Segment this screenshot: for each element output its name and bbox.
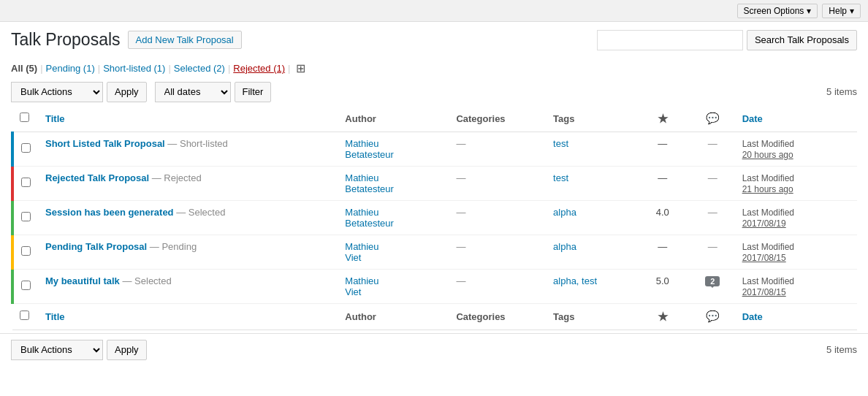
add-new-button[interactable]: Add New Talk Proposal: [128, 31, 242, 49]
row-categories-cell: —: [449, 269, 546, 303]
star-icon: ★: [658, 113, 668, 125]
row-checkbox-cell[interactable]: [12, 132, 38, 166]
apply-button-bottom[interactable]: Apply: [107, 340, 147, 360]
row-author-cell: MathieuBetatesteur: [338, 200, 449, 235]
date-label: Last Modified: [742, 207, 794, 218]
author-link[interactable]: MathieuBetatesteur: [345, 207, 394, 229]
title-link[interactable]: Rejected Talk Proposal: [45, 172, 149, 183]
row-rating-cell: 5.0: [635, 269, 690, 303]
row-checkbox-cell[interactable]: [12, 200, 38, 235]
comment-icon: 💬: [706, 112, 720, 124]
row-tags-cell: test: [546, 166, 635, 200]
filter-pending[interactable]: Pending (1): [46, 63, 95, 74]
apply-button-top[interactable]: Apply: [107, 82, 147, 102]
categories-value: —: [456, 138, 465, 149]
row-rating-cell: 4.0: [635, 200, 690, 235]
title-link[interactable]: Pending Talk Proposal: [45, 241, 147, 252]
row-checkbox-cell[interactable]: [12, 269, 38, 303]
comments-value: —: [708, 241, 717, 252]
comment-badge: 2: [705, 276, 720, 286]
title-link[interactable]: Short Listed Talk Proposal: [45, 138, 165, 149]
help-button[interactable]: Help ▾: [822, 4, 861, 18]
author-link[interactable]: MathieuBetatesteur: [345, 172, 394, 194]
row-checkbox-cell[interactable]: [12, 166, 38, 200]
check-all-header[interactable]: [12, 106, 38, 132]
author-link[interactable]: MathieuViet: [345, 241, 378, 263]
filter-links: All (5) | Pending (1) | Short-listed (1)…: [0, 56, 868, 78]
categories-value: —: [456, 275, 465, 286]
row-checkbox[interactable]: [21, 246, 31, 256]
col-header-tags: Tags: [546, 106, 635, 132]
row-title-cell: Short Listed Talk Proposal — Short-liste…: [38, 132, 338, 166]
search-button[interactable]: Search Talk Proposals: [747, 30, 857, 50]
row-checkbox-cell[interactable]: [12, 235, 38, 269]
col-footer-comments: 💬: [690, 303, 735, 330]
row-categories-cell: —: [449, 200, 546, 235]
check-all-footer[interactable]: [12, 303, 38, 330]
row-tags-cell: alpha: [546, 235, 635, 269]
screen-options-button[interactable]: Screen Options ▾: [737, 4, 818, 18]
row-status: — Selected: [122, 275, 171, 286]
table-row: Short Listed Talk Proposal — Short-liste…: [12, 132, 857, 166]
row-checkbox[interactable]: [21, 281, 31, 290]
chevron-down-icon: ▾: [807, 6, 811, 16]
row-tags-cell: alpha: [546, 200, 635, 235]
row-comments-cell: —: [690, 235, 735, 269]
row-date-cell: Last Modified 2017/08/15: [735, 235, 857, 269]
table-row: Pending Talk Proposal — Pending MathieuV…: [12, 235, 857, 269]
tags-link[interactable]: alpha: [553, 207, 576, 218]
row-date-cell: Last Modified 2017/08/15: [735, 269, 857, 303]
filter-selected[interactable]: Selected (2): [174, 63, 225, 74]
chevron-down-icon: ▾: [850, 6, 854, 16]
row-title-cell: Session has been generated — Selected: [38, 200, 338, 235]
select-all-checkbox-bottom[interactable]: [20, 311, 29, 320]
date-sort-link[interactable]: Date: [742, 113, 763, 124]
row-status: — Rejected: [152, 172, 202, 183]
row-checkbox[interactable]: [21, 143, 31, 153]
tags-link[interactable]: test: [553, 138, 568, 149]
date-filter-select[interactable]: All dates: [155, 82, 231, 102]
col-header-title[interactable]: Title: [38, 106, 338, 132]
filter-button[interactable]: Filter: [235, 82, 272, 102]
tags-link[interactable]: alpha, test: [553, 275, 597, 286]
row-status: — Short-listed: [167, 138, 227, 149]
bulk-actions-select-top[interactable]: Bulk Actions: [11, 82, 103, 102]
items-count-bottom: 5 items: [826, 344, 857, 355]
title-link[interactable]: Session has been generated: [45, 207, 174, 218]
row-date-cell: Last Modified 20 hours ago: [735, 132, 857, 166]
tags-link[interactable]: alpha: [553, 241, 576, 252]
row-comments-cell: —: [690, 166, 735, 200]
col-footer-tags: Tags: [546, 303, 635, 330]
table-view-icon[interactable]: ⊞: [296, 61, 305, 75]
rating-value: —: [658, 241, 667, 252]
tags-link[interactable]: test: [553, 172, 568, 183]
filter-all[interactable]: All (5): [11, 63, 37, 74]
row-date-cell: Last Modified 21 hours ago: [735, 166, 857, 200]
row-status: — Pending: [150, 241, 197, 252]
search-input[interactable]: [597, 30, 743, 50]
title-link[interactable]: My beautiful talk: [45, 275, 120, 286]
screen-options-label: Screen Options: [744, 6, 804, 16]
comments-value: —: [708, 207, 717, 218]
row-checkbox[interactable]: [21, 212, 31, 221]
author-link[interactable]: MathieuBetatesteur: [345, 138, 394, 160]
help-label: Help: [829, 6, 847, 16]
date-label: Last Modified: [742, 276, 794, 286]
col-footer-rating: ★: [635, 303, 690, 330]
col-footer-date[interactable]: Date: [735, 303, 857, 330]
categories-value: —: [456, 172, 465, 183]
table-row: Rejected Talk Proposal — Rejected Mathie…: [12, 166, 857, 200]
col-footer-title[interactable]: Title: [38, 303, 338, 330]
col-header-date[interactable]: Date: [735, 106, 857, 132]
bulk-actions-select-bottom[interactable]: Bulk Actions: [11, 340, 103, 360]
filter-rejected[interactable]: Rejected (1): [233, 63, 285, 74]
select-all-checkbox-top[interactable]: [20, 113, 29, 122]
categories-value: —: [456, 207, 465, 218]
date-value: 2017/08/15: [742, 253, 786, 263]
title-sort-link[interactable]: Title: [45, 113, 65, 124]
filter-shortlisted[interactable]: Short-listed (1): [103, 63, 165, 74]
row-checkbox[interactable]: [21, 178, 31, 187]
author-link[interactable]: MathieuViet: [345, 275, 378, 297]
row-categories-cell: —: [449, 166, 546, 200]
col-header-author: Author: [338, 106, 449, 132]
